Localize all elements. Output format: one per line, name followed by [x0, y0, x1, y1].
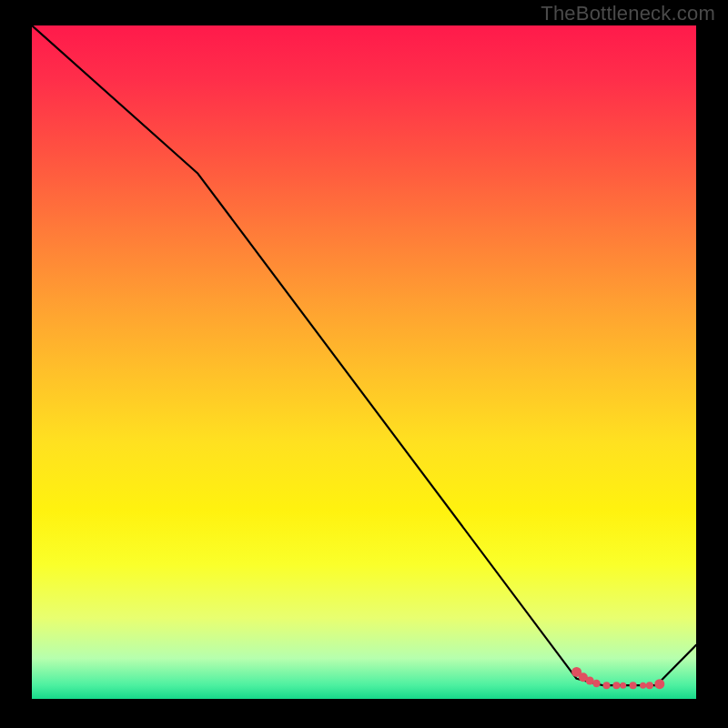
data-marker	[654, 679, 664, 689]
data-curve	[32, 25, 696, 685]
data-marker	[612, 682, 620, 689]
data-marker	[603, 682, 611, 689]
chart-frame: TheBottleneck.com	[0, 0, 728, 728]
data-marker	[646, 682, 653, 689]
data-marker	[640, 682, 646, 689]
chart-svg	[32, 25, 696, 699]
data-marker	[592, 680, 600, 687]
data-marker	[630, 682, 637, 689]
plot-area	[32, 25, 696, 699]
data-markers-group	[571, 667, 664, 689]
watermark-text: TheBottleneck.com	[541, 2, 715, 25]
data-marker	[620, 682, 626, 689]
